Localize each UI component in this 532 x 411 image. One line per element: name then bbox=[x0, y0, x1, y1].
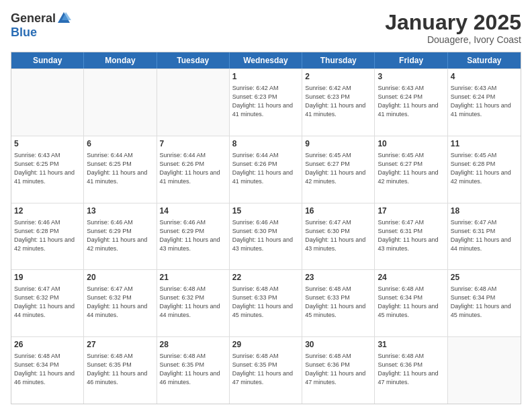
day-number: 6 bbox=[87, 138, 153, 150]
week-row-3: 12Sunrise: 6:46 AMSunset: 6:28 PMDayligh… bbox=[11, 203, 521, 270]
cal-cell-1-6: 3Sunrise: 6:43 AMSunset: 6:24 PMDaylight… bbox=[375, 69, 447, 136]
day-number: 25 bbox=[451, 272, 518, 283]
week-row-4: 19Sunrise: 6:47 AMSunset: 6:32 PMDayligh… bbox=[11, 269, 521, 336]
day-info: Sunrise: 6:48 AMSunset: 6:34 PMDaylight:… bbox=[14, 352, 81, 387]
day-info: Sunrise: 6:48 AMSunset: 6:36 PMDaylight:… bbox=[378, 352, 444, 387]
day-info: Sunrise: 6:48 AMSunset: 6:33 PMDaylight:… bbox=[232, 285, 299, 320]
day-number: 19 bbox=[14, 272, 81, 283]
calendar-subtitle: Douagere, Ivory Coast bbox=[385, 34, 521, 45]
header-saturday: Saturday bbox=[448, 52, 521, 68]
calendar: Sunday Monday Tuesday Wednesday Thursday… bbox=[11, 52, 521, 404]
day-number: 30 bbox=[305, 339, 371, 351]
day-number: 11 bbox=[451, 138, 518, 150]
day-info: Sunrise: 6:48 AMSunset: 6:35 PMDaylight:… bbox=[160, 352, 226, 387]
day-number: 16 bbox=[305, 205, 371, 217]
cal-cell-5-6: 31Sunrise: 6:48 AMSunset: 6:36 PMDayligh… bbox=[375, 337, 447, 404]
cal-cell-4-7: 25Sunrise: 6:48 AMSunset: 6:34 PMDayligh… bbox=[448, 270, 521, 336]
day-info: Sunrise: 6:44 AMSunset: 6:25 PMDaylight:… bbox=[87, 151, 153, 186]
day-info: Sunrise: 6:45 AMSunset: 6:27 PMDaylight:… bbox=[305, 151, 371, 186]
day-number: 8 bbox=[232, 138, 299, 150]
cal-cell-2-7: 11Sunrise: 6:45 AMSunset: 6:28 PMDayligh… bbox=[448, 136, 521, 203]
week-row-1: 1Sunrise: 6:42 AMSunset: 6:23 PMDaylight… bbox=[11, 68, 521, 136]
day-number: 17 bbox=[378, 205, 444, 217]
cal-cell-1-5: 2Sunrise: 6:42 AMSunset: 6:23 PMDaylight… bbox=[302, 69, 375, 136]
cal-cell-1-7: 4Sunrise: 6:43 AMSunset: 6:24 PMDaylight… bbox=[448, 69, 521, 136]
cal-cell-4-6: 24Sunrise: 6:48 AMSunset: 6:34 PMDayligh… bbox=[375, 270, 447, 336]
day-info: Sunrise: 6:47 AMSunset: 6:32 PMDaylight:… bbox=[87, 285, 153, 320]
cal-cell-2-5: 9Sunrise: 6:45 AMSunset: 6:27 PMDaylight… bbox=[302, 136, 375, 203]
cal-cell-1-3 bbox=[157, 69, 230, 136]
cal-cell-4-2: 20Sunrise: 6:47 AMSunset: 6:32 PMDayligh… bbox=[84, 270, 157, 336]
day-info: Sunrise: 6:48 AMSunset: 6:33 PMDaylight:… bbox=[305, 285, 371, 320]
day-number: 3 bbox=[378, 71, 444, 83]
day-number: 18 bbox=[451, 205, 518, 217]
day-number: 22 bbox=[232, 272, 299, 283]
cal-cell-3-2: 13Sunrise: 6:46 AMSunset: 6:29 PMDayligh… bbox=[84, 203, 157, 270]
day-number: 23 bbox=[305, 272, 371, 283]
day-number: 21 bbox=[160, 272, 226, 283]
day-number: 28 bbox=[160, 339, 226, 351]
week-row-5: 26Sunrise: 6:48 AMSunset: 6:34 PMDayligh… bbox=[11, 336, 521, 404]
day-info: Sunrise: 6:45 AMSunset: 6:28 PMDaylight:… bbox=[451, 151, 518, 186]
day-info: Sunrise: 6:47 AMSunset: 6:30 PMDaylight:… bbox=[305, 218, 371, 253]
day-number: 15 bbox=[232, 205, 299, 217]
day-info: Sunrise: 6:47 AMSunset: 6:32 PMDaylight:… bbox=[14, 285, 81, 320]
day-info: Sunrise: 6:44 AMSunset: 6:26 PMDaylight:… bbox=[232, 151, 299, 186]
header-tuesday: Tuesday bbox=[157, 52, 230, 68]
day-info: Sunrise: 6:43 AMSunset: 6:24 PMDaylight:… bbox=[451, 84, 518, 119]
day-info: Sunrise: 6:42 AMSunset: 6:23 PMDaylight:… bbox=[232, 84, 299, 119]
day-info: Sunrise: 6:43 AMSunset: 6:24 PMDaylight:… bbox=[378, 84, 444, 119]
header-monday: Monday bbox=[84, 52, 157, 68]
header-sunday: Sunday bbox=[11, 52, 84, 68]
cal-cell-5-4: 29Sunrise: 6:48 AMSunset: 6:35 PMDayligh… bbox=[230, 337, 302, 404]
cal-cell-2-6: 10Sunrise: 6:45 AMSunset: 6:27 PMDayligh… bbox=[375, 136, 447, 203]
day-info: Sunrise: 6:46 AMSunset: 6:29 PMDaylight:… bbox=[87, 218, 153, 253]
header-thursday: Thursday bbox=[302, 52, 375, 68]
day-number: 1 bbox=[232, 71, 299, 83]
day-number: 12 bbox=[14, 205, 81, 217]
day-number: 7 bbox=[160, 138, 226, 150]
day-info: Sunrise: 6:48 AMSunset: 6:35 PMDaylight:… bbox=[232, 352, 299, 387]
logo: General Blue bbox=[11, 11, 72, 40]
day-info: Sunrise: 6:46 AMSunset: 6:30 PMDaylight:… bbox=[232, 218, 299, 253]
cal-cell-3-4: 15Sunrise: 6:46 AMSunset: 6:30 PMDayligh… bbox=[230, 203, 302, 270]
day-number: 4 bbox=[451, 71, 518, 83]
day-info: Sunrise: 6:46 AMSunset: 6:29 PMDaylight:… bbox=[160, 218, 226, 253]
day-number: 20 bbox=[87, 272, 153, 283]
header-friday: Friday bbox=[375, 52, 447, 68]
day-number: 31 bbox=[378, 339, 444, 351]
calendar-title: January 2025 bbox=[385, 11, 521, 34]
day-number: 10 bbox=[378, 138, 444, 150]
day-number: 24 bbox=[378, 272, 444, 283]
day-number: 14 bbox=[160, 205, 226, 217]
week-row-2: 5Sunrise: 6:43 AMSunset: 6:25 PMDaylight… bbox=[11, 136, 521, 203]
calendar-header-row: Sunday Monday Tuesday Wednesday Thursday… bbox=[11, 52, 521, 68]
cal-cell-2-2: 6Sunrise: 6:44 AMSunset: 6:25 PMDaylight… bbox=[84, 136, 157, 203]
cal-cell-5-3: 28Sunrise: 6:48 AMSunset: 6:35 PMDayligh… bbox=[157, 337, 230, 404]
cal-cell-3-3: 14Sunrise: 6:46 AMSunset: 6:29 PMDayligh… bbox=[157, 203, 230, 270]
day-number: 29 bbox=[232, 339, 299, 351]
day-info: Sunrise: 6:48 AMSunset: 6:34 PMDaylight:… bbox=[378, 285, 444, 320]
day-number: 2 bbox=[305, 71, 371, 83]
cal-cell-4-3: 21Sunrise: 6:48 AMSunset: 6:32 PMDayligh… bbox=[157, 270, 230, 336]
day-number: 26 bbox=[14, 339, 81, 351]
day-info: Sunrise: 6:44 AMSunset: 6:26 PMDaylight:… bbox=[160, 151, 226, 186]
day-info: Sunrise: 6:48 AMSunset: 6:34 PMDaylight:… bbox=[451, 285, 518, 320]
logo-block: General Blue bbox=[11, 11, 72, 40]
cal-cell-1-2 bbox=[84, 69, 157, 136]
logo-general-text: General bbox=[11, 11, 56, 26]
cal-cell-4-5: 23Sunrise: 6:48 AMSunset: 6:33 PMDayligh… bbox=[302, 270, 375, 336]
day-number: 13 bbox=[87, 205, 153, 217]
day-number: 9 bbox=[305, 138, 371, 150]
cal-cell-2-1: 5Sunrise: 6:43 AMSunset: 6:25 PMDaylight… bbox=[11, 136, 84, 203]
day-info: Sunrise: 6:46 AMSunset: 6:28 PMDaylight:… bbox=[14, 218, 81, 253]
day-info: Sunrise: 6:47 AMSunset: 6:31 PMDaylight:… bbox=[378, 218, 444, 253]
header: General Blue January 2025 Douagere, Ivor… bbox=[11, 11, 521, 45]
day-info: Sunrise: 6:45 AMSunset: 6:27 PMDaylight:… bbox=[378, 151, 444, 186]
cal-cell-3-1: 12Sunrise: 6:46 AMSunset: 6:28 PMDayligh… bbox=[11, 203, 84, 270]
cal-cell-1-1 bbox=[11, 69, 84, 136]
cal-cell-5-1: 26Sunrise: 6:48 AMSunset: 6:34 PMDayligh… bbox=[11, 337, 84, 404]
cal-cell-5-7 bbox=[448, 337, 521, 404]
day-info: Sunrise: 6:47 AMSunset: 6:31 PMDaylight:… bbox=[451, 218, 518, 253]
cal-cell-5-2: 27Sunrise: 6:48 AMSunset: 6:35 PMDayligh… bbox=[84, 337, 157, 404]
